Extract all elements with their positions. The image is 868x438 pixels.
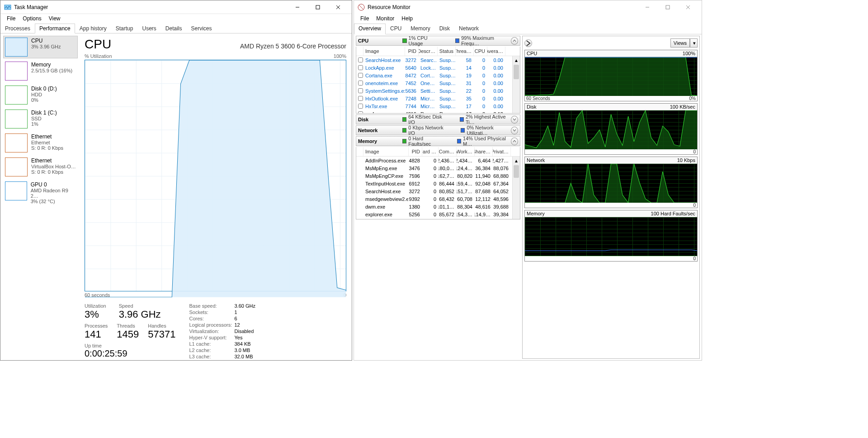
table-row[interactable]: SearchHost.exe 3272 Searc… Susp… 58 0 0.…	[356, 56, 520, 64]
tab-details[interactable]: Details	[161, 24, 187, 33]
col-header[interactable]: CPU	[474, 47, 487, 56]
scroll-up-icon[interactable]: ▴	[513, 157, 520, 164]
row-checkbox[interactable]	[358, 111, 363, 114]
col-header[interactable]: Image	[363, 147, 409, 156]
chevron-up-icon[interactable]	[511, 138, 518, 145]
close-button[interactable]	[328, 1, 348, 14]
stat-key: L1 cache:	[189, 341, 233, 347]
row-checkbox[interactable]	[358, 104, 363, 109]
tab-overview[interactable]: Overview	[354, 24, 386, 34]
chevron-down-icon[interactable]	[511, 127, 518, 134]
sidebar-card-gpu-0[interactable]: GPU 0AMD Radeon R9 2…3% (32 °C)	[3, 180, 78, 202]
table-row[interactable]: SystemSettings.exe 5636 Setti… Susp… 22 …	[356, 87, 520, 95]
table-row[interactable]: MsMpEngCP.exe 7596 0 162,7… 80,820 11,94…	[356, 172, 520, 180]
chevron-down-icon[interactable]	[511, 116, 518, 124]
menu-options[interactable]: Options	[19, 14, 45, 23]
col-header[interactable]: Image	[363, 47, 405, 56]
panel-head-memory[interactable]: Memory 0 Hard Faults/sec 14% Used Physic…	[356, 136, 520, 146]
views-dropdown-icon[interactable]: ▾	[690, 38, 698, 48]
stat-value: 3.60 GHz	[235, 303, 255, 309]
col-header[interactable]: Privat…	[493, 147, 511, 156]
handles-label: Handles	[148, 323, 175, 328]
menu-file[interactable]: File	[3, 14, 19, 23]
table-row[interactable]: dwm.exe 1380 0 101,1… 88,304 48,616 39,6…	[356, 203, 520, 210]
panel-head-cpu[interactable]: CPU 1% CPU Usage 99% Maximum Frequ…	[356, 36, 520, 46]
panel-head-network[interactable]: Network 0 Kbps Network I/O 0% Network Ut…	[356, 125, 520, 135]
chevron-up-icon[interactable]	[511, 37, 518, 45]
rm-titlebar[interactable]: Resource Monitor	[354, 0, 702, 14]
menu-view[interactable]: View	[45, 14, 64, 23]
col-header[interactable]	[356, 147, 363, 156]
scroll-up-icon[interactable]: ▴	[513, 56, 520, 64]
sidebar-card-cpu[interactable]: CPU3% 3.96 GHz	[3, 36, 78, 58]
tab-services[interactable]: Services	[187, 24, 217, 33]
chart-max: 100%	[683, 51, 695, 56]
stat-key: Logical processors:	[189, 322, 233, 328]
collapse-charts-button[interactable]	[524, 39, 532, 47]
row-checkbox[interactable]	[358, 57, 363, 62]
col-header[interactable]: Threa…	[456, 47, 474, 56]
tab-disk[interactable]: Disk	[435, 24, 454, 34]
close-button[interactable]	[678, 1, 698, 14]
tab-cpu[interactable]: CPU	[386, 24, 406, 34]
tm-menubar: File Options View	[0, 14, 352, 23]
tm-tabs: Processes Performance App history Startu…	[0, 23, 352, 33]
tab-users[interactable]: Users	[137, 24, 160, 33]
row-checkbox[interactable]	[358, 73, 363, 78]
sidebar-card-ethernet[interactable]: EthernetEthernetS: 0 R: 0 Kbps	[3, 132, 78, 154]
col-header[interactable]: Share…	[475, 147, 493, 156]
row-checkbox[interactable]	[358, 65, 363, 70]
processes-value: 141	[85, 328, 108, 340]
scrollbar[interactable]: ▴	[512, 56, 520, 113]
maximize-button[interactable]	[307, 1, 328, 14]
tm-titlebar[interactable]: Task Manager	[0, 0, 352, 14]
scrollbar[interactable]: ▴	[512, 157, 520, 219]
row-checkbox[interactable]	[358, 81, 363, 86]
tab-app-history[interactable]: App history	[75, 24, 111, 33]
table-row[interactable]: TextInputHost.exe 6912 0 86,444 159,4… 9…	[356, 180, 520, 187]
table-row[interactable]: LockApp.exe 5640 Lock… Susp… 14 0 0.00	[356, 64, 520, 71]
table-row[interactable]: Cortana.exe 8472 Cort… Susp… 19 0 0.00	[356, 71, 520, 79]
col-header[interactable]: PID	[405, 47, 419, 56]
tab-performance[interactable]: Performance	[35, 24, 75, 33]
col-header[interactable]: PID	[409, 147, 422, 156]
table-row[interactable]: onenoteim.exe 7452 One… Susp… 31 0 0.00	[356, 79, 520, 87]
tab-startup[interactable]: Startup	[111, 24, 138, 33]
maximize-button[interactable]	[657, 1, 678, 14]
col-header[interactable]: Avera…	[487, 47, 505, 56]
col-header[interactable]: Work…	[457, 147, 475, 156]
row-checkbox[interactable]	[358, 96, 363, 101]
table-row[interactable]: AddInProcess.exe 4828 0 2,436… 2,434… 6,…	[356, 157, 520, 164]
table-row[interactable]: SearchHost.exe 3272 0 80,852 151,7… 87,6…	[356, 187, 520, 195]
table-row[interactable]: HxTsr.exe 7744 Micr… Susp… 17 0 0.00	[356, 102, 520, 110]
minimize-button[interactable]	[287, 1, 307, 14]
col-header[interactable]: Hard …	[422, 147, 439, 156]
chart-title: Memory	[527, 211, 545, 216]
sidebar-card-memory[interactable]: Memory2.5/15.9 GB (16%)	[3, 60, 78, 82]
row-checkbox[interactable]	[358, 88, 363, 93]
views-button[interactable]: Views	[670, 38, 690, 48]
sidebar-card-ethernet[interactable]: EthernetVirtualBox Host-O…S: 0 R: 0 Kbps	[3, 156, 78, 178]
tab-processes[interactable]: Processes	[0, 24, 35, 33]
minimize-button[interactable]	[637, 1, 657, 14]
cpu-chart	[85, 60, 346, 291]
menu-help[interactable]: Help	[398, 14, 416, 23]
table-row[interactable]: Taskmgr.exe 9380 0 38,712 80,156 49,412 …	[356, 218, 520, 219]
sidebar-card-disk-0-d-[interactable]: Disk 0 (D:)HDD0%	[3, 84, 78, 106]
table-row[interactable]: perfmon.exe 4216 Reso… Run… 17 0 0.12	[356, 110, 520, 114]
table-row[interactable]: msedgewebview2.exe 9392 0 68,432 60,708 …	[356, 195, 520, 203]
stat-value: 3.0 MB	[235, 348, 255, 353]
table-row[interactable]: explorer.exe 5256 0 85,672 154,3… 114,9……	[356, 210, 520, 218]
table-row[interactable]: HxOutlook.exe 7248 Micr… Susp… 35 0 0.00	[356, 95, 520, 102]
col-header[interactable]	[356, 47, 363, 56]
tab-memory[interactable]: Memory	[406, 24, 434, 34]
menu-monitor[interactable]: Monitor	[373, 14, 398, 23]
col-header[interactable]: Status	[438, 47, 456, 56]
menu-file[interactable]: File	[357, 14, 373, 23]
col-header[interactable]: Descr…	[419, 47, 438, 56]
tab-network[interactable]: Network	[454, 24, 483, 34]
table-row[interactable]: MsMpEng.exe 3476 0 180,0… 124,4… 36,384 …	[356, 164, 520, 172]
sidebar-card-disk-1-c-[interactable]: Disk 1 (C:)SSD1%	[3, 108, 78, 130]
col-header[interactable]: Com…	[439, 147, 457, 156]
panel-head-disk[interactable]: Disk 64 KB/sec Disk I/O 2% Highest Activ…	[356, 114, 520, 124]
